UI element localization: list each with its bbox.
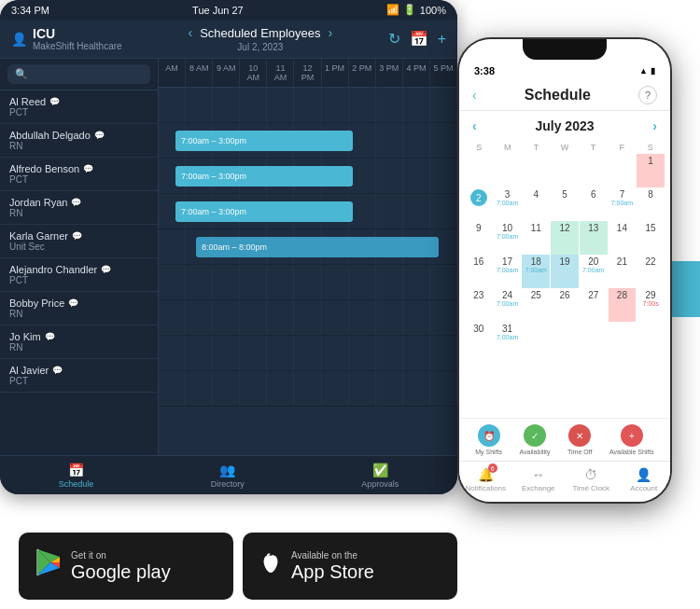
- prev-arrow[interactable]: ‹: [188, 25, 192, 40]
- cal-day-13[interactable]: 13: [580, 221, 608, 255]
- cal-day-4[interactable]: 4: [522, 187, 550, 221]
- cal-day-29[interactable]: 29 7:00s: [637, 288, 665, 322]
- cal-day-31[interactable]: 31 7:00am: [494, 322, 522, 355]
- dow-t: T: [522, 141, 551, 154]
- shift-dot: 7:00am: [524, 267, 548, 274]
- cal-day-17[interactable]: 17 7:00am: [494, 255, 522, 288]
- cal-day-18[interactable]: 18 7:00am: [522, 255, 550, 288]
- timeclock-label: Time Clock: [572, 484, 609, 492]
- grid-cell: [294, 88, 321, 122]
- phone-statusbar-right: ▲ ▮: [639, 66, 655, 76]
- tab-notifications[interactable]: 🔔 6 Notifications: [459, 467, 512, 492]
- shift-bar[interactable]: 7:00am – 3:00pm: [175, 166, 353, 187]
- badges-container: Get it on Google play Available on the A…: [0, 533, 476, 600]
- notification-badge: 6: [488, 464, 497, 473]
- employee-item[interactable]: Karla Garner 💬 Unit Sec: [0, 225, 158, 258]
- time-grid: AM 8 AM 9 AM 10 AM 11 AM 12 PM 1 PM 2 PM…: [159, 59, 457, 469]
- cal-day-15[interactable]: 15: [637, 221, 665, 255]
- nav-approvals[interactable]: ✅ Approvals: [361, 463, 399, 489]
- cal-day-14[interactable]: 14: [609, 221, 637, 255]
- phone-time: 3:38: [474, 65, 495, 76]
- nav-directory[interactable]: 👥 Directory: [211, 463, 245, 489]
- phone-help[interactable]: ?: [638, 86, 657, 104]
- cal-day-1[interactable]: 1: [637, 154, 665, 187]
- app-store-badge[interactable]: Available on the App Store: [243, 533, 457, 600]
- phone-back-icon[interactable]: ‹: [472, 88, 477, 103]
- cal-day-24[interactable]: 24 7:00am: [494, 288, 522, 322]
- employee-item[interactable]: Al Reed 💬 PCT: [0, 90, 158, 124]
- tab-timeclock[interactable]: ⏱ Time Clock: [565, 467, 618, 492]
- employee-name: Alfredo Benson 💬: [9, 163, 148, 174]
- time-cell: AM: [159, 59, 186, 87]
- cal-day-5[interactable]: 5: [551, 187, 579, 221]
- tablet-statusbar-right: 📶 🔋 100%: [386, 4, 446, 16]
- grid-row: [159, 300, 457, 336]
- shift-bar[interactable]: 8:00am – 8:00pm: [196, 237, 439, 257]
- employee-role: Unit Sec: [9, 242, 148, 252]
- tab-exchange[interactable]: ↔ Exchange: [512, 467, 566, 492]
- employee-item[interactable]: Alejandro Chandler 💬 PCT: [0, 258, 158, 292]
- cal-day-6[interactable]: 6: [580, 187, 608, 221]
- tablet-header-left: 👤 ICU MakeShift Healthcare: [11, 26, 133, 51]
- directory-icon: 👥: [219, 463, 235, 478]
- tablet-date: Tue Jun 27: [192, 5, 244, 16]
- cal-prev-arrow[interactable]: ‹: [472, 118, 477, 133]
- cal-day-8[interactable]: 8: [637, 187, 665, 221]
- employee-item[interactable]: Bobby Price 💬 RN: [0, 292, 158, 325]
- cal-day-12[interactable]: 12: [551, 221, 579, 255]
- cal-day-16[interactable]: 16: [465, 255, 493, 288]
- legend-availshifts: + Available Shifts: [609, 424, 654, 455]
- chat-icon: 💬: [49, 97, 60, 106]
- cal-day-28[interactable]: 28: [609, 288, 637, 322]
- timeoff-icon: ✕: [568, 424, 591, 447]
- cal-day-21[interactable]: 21: [609, 255, 637, 288]
- cal-day-11[interactable]: 11: [522, 221, 550, 255]
- grid-cell: [159, 229, 186, 264]
- cal-next-arrow[interactable]: ›: [652, 118, 657, 133]
- refresh-icon[interactable]: ↻: [388, 30, 400, 48]
- employee-item[interactable]: Al Javier 💬 PCT: [0, 359, 158, 393]
- employee-item[interactable]: Abdullah Delgado 💬 RN: [0, 124, 158, 158]
- shift-bar[interactable]: 7:00am – 3:00pm: [175, 131, 353, 151]
- employee-name: Jo Kim 💬: [9, 331, 148, 342]
- shift-bar[interactable]: 7:00am – 3:00pm: [175, 201, 353, 222]
- battery-icon: 🔋: [403, 4, 416, 16]
- employee-role: RN: [9, 208, 148, 218]
- employee-item[interactable]: Jordan Ryan 💬 RN: [0, 191, 158, 225]
- google-play-badge[interactable]: Get it on Google play: [19, 533, 233, 600]
- cal-day-10[interactable]: 10 7:00am: [494, 221, 522, 255]
- next-arrow[interactable]: ›: [329, 25, 333, 40]
- app-store-text: Available on the App Store: [291, 550, 374, 583]
- google-play-text: Get it on Google play: [71, 550, 171, 583]
- employee-item[interactable]: Jo Kim 💬 RN: [0, 325, 158, 359]
- add-icon[interactable]: +: [438, 31, 446, 48]
- cal-day-26[interactable]: 26: [551, 288, 579, 322]
- search-input-wrap[interactable]: 🔍: [7, 64, 150, 84]
- employee-item[interactable]: Alfredo Benson 💬 PCT: [0, 158, 158, 191]
- cal-day-7[interactable]: 7 7:00am: [609, 187, 637, 221]
- cal-day-empty: [465, 154, 493, 187]
- tab-account[interactable]: 👤 Account: [618, 467, 671, 492]
- cal-day-27[interactable]: 27: [580, 288, 608, 322]
- nav-schedule[interactable]: 📅 Schedule: [59, 463, 94, 489]
- cal-day-2[interactable]: 2: [465, 187, 493, 221]
- grid-cell: [430, 88, 457, 122]
- tablet-time: 3:34 PM: [11, 5, 49, 16]
- shift-dot: 7:00am: [581, 267, 606, 274]
- cal-day-19[interactable]: 19: [551, 255, 579, 288]
- chat-icon: 💬: [83, 164, 93, 173]
- time-cell: 8 AM: [186, 59, 213, 87]
- cal-day-22[interactable]: 22: [637, 255, 665, 288]
- grid-cell: [430, 123, 457, 158]
- calendar-icon[interactable]: 📅: [410, 30, 428, 48]
- employee-role: PCT: [9, 275, 148, 285]
- scheduled-nav: ‹ Scheduled Employees ›: [188, 25, 332, 40]
- cal-day-25[interactable]: 25: [522, 288, 550, 322]
- search-bar: 🔍: [0, 59, 158, 90]
- timeclock-icon: ⏱: [584, 467, 597, 482]
- cal-day-9[interactable]: 9: [465, 221, 493, 255]
- cal-day-20[interactable]: 20 7:00am: [580, 255, 608, 288]
- cal-day-30[interactable]: 30: [465, 322, 493, 355]
- cal-day-23[interactable]: 23: [465, 288, 493, 322]
- cal-day-3[interactable]: 3 7:00am: [494, 187, 522, 221]
